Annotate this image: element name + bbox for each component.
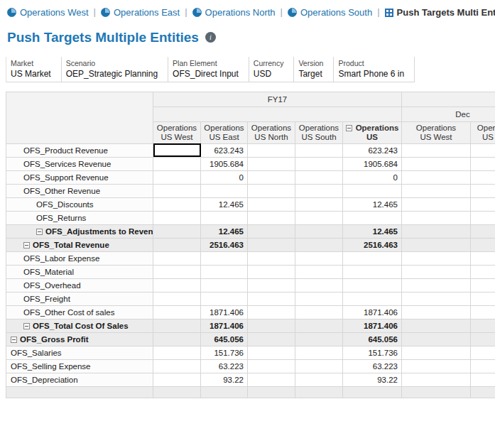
data-cell[interactable] [248, 292, 295, 305]
data-cell[interactable] [471, 373, 495, 386]
data-cell[interactable] [471, 278, 495, 292]
data-cell[interactable]: 1905.684 [201, 157, 248, 170]
data-cell[interactable] [295, 211, 343, 224]
data-cell[interactable] [402, 170, 471, 184]
data-cell[interactable] [248, 197, 295, 211]
data-cell[interactable] [153, 319, 201, 332]
pov-product[interactable]: ProductSmart Phone 6 in [334, 57, 415, 82]
row-header-ofs-other-cost-of-sales[interactable]: OFS_Other Cost of sales [6, 305, 153, 319]
nav-tab-operations-north[interactable]: Operations North [192, 7, 276, 18]
data-cell[interactable]: 12.465 [201, 224, 248, 238]
data-cell[interactable]: 12.465 [201, 197, 248, 211]
data-cell[interactable] [402, 184, 471, 197]
col-header-5-operations-us-west[interactable]: OperationsUS West [402, 121, 471, 143]
row-header-ofs-material[interactable]: OFS_Material [6, 265, 153, 278]
data-cell[interactable] [295, 143, 343, 157]
data-cell[interactable] [402, 386, 471, 398]
data-cell[interactable] [402, 292, 471, 305]
pov-market[interactable]: MarketUS Market [6, 57, 62, 82]
data-cell[interactable] [471, 346, 495, 359]
data-cell[interactable] [343, 292, 402, 305]
row-header-partial[interactable] [6, 386, 153, 398]
data-cell[interactable] [153, 292, 201, 305]
data-cell[interactable] [471, 211, 495, 224]
col-header-6-operations-us-east[interactable]: OperationsUS East [471, 121, 495, 143]
data-cell[interactable] [402, 157, 471, 170]
pov-version[interactable]: VersionTarget [294, 57, 334, 82]
data-cell[interactable] [295, 265, 343, 278]
row-header-ofs-returns[interactable]: OFS_Returns [6, 211, 153, 224]
data-cell[interactable] [295, 292, 343, 305]
data-cell[interactable]: 0 [201, 170, 248, 184]
data-cell[interactable] [295, 278, 343, 292]
col-header-4-operations-us[interactable]: OperationsUS [343, 121, 402, 143]
data-cell[interactable] [153, 143, 201, 157]
data-cell[interactable] [295, 386, 343, 398]
data-cell[interactable] [248, 319, 295, 332]
data-cell[interactable] [295, 224, 343, 238]
data-cell[interactable]: 623.243 [201, 143, 248, 157]
year-header[interactable]: FY17 [153, 92, 402, 106]
data-cell[interactable] [402, 251, 471, 265]
data-cell[interactable] [343, 278, 402, 292]
data-cell[interactable] [201, 278, 248, 292]
data-cell[interactable] [295, 170, 343, 184]
data-cell[interactable] [153, 157, 201, 170]
data-cell[interactable] [201, 265, 248, 278]
data-cell[interactable] [402, 224, 471, 238]
data-cell[interactable] [248, 143, 295, 157]
nav-tab-push-targets-multi-entity[interactable]: Push Targets Multi Entity [385, 7, 495, 18]
data-cell[interactable] [471, 332, 495, 346]
row-header-ofs-freight[interactable]: OFS_Freight [6, 292, 153, 305]
pov-plan-element[interactable]: Plan ElementOFS_Direct Input [168, 57, 249, 82]
data-cell[interactable] [248, 332, 295, 346]
data-cell[interactable] [402, 319, 471, 332]
nav-tab-operations-south[interactable]: Operations South [288, 7, 372, 18]
data-cell[interactable] [343, 386, 402, 398]
nav-tab-operations-west[interactable]: Operations West [7, 7, 89, 18]
data-cell[interactable] [402, 238, 471, 251]
data-cell[interactable] [248, 251, 295, 265]
data-cell[interactable]: 1871.406 [201, 305, 248, 319]
nav-tab-operations-east[interactable]: Operations East [101, 7, 180, 18]
data-cell[interactable]: 0 [343, 170, 402, 184]
collapse-icon[interactable] [23, 323, 30, 329]
data-cell[interactable]: 2516.463 [201, 238, 248, 251]
row-header-ofs-support-revenue[interactable]: OFS_Support Revenue [6, 170, 153, 184]
data-cell[interactable] [402, 332, 471, 346]
data-cell[interactable] [402, 305, 471, 319]
data-cell[interactable] [153, 170, 201, 184]
data-cell[interactable] [153, 184, 201, 197]
pov-scenario[interactable]: ScenarioOEP_Strategic Planning [62, 57, 168, 82]
data-cell[interactable] [295, 346, 343, 359]
collapse-icon[interactable] [23, 242, 30, 248]
data-cell[interactable] [153, 386, 201, 398]
data-cell[interactable] [471, 319, 495, 332]
info-icon[interactable]: i [205, 32, 216, 43]
data-cell[interactable]: 151.736 [343, 346, 402, 359]
collapse-icon[interactable] [346, 125, 352, 131]
data-cell[interactable] [402, 359, 471, 373]
data-cell[interactable]: 1871.406 [343, 305, 402, 319]
col-header-1-operations-us-east[interactable]: OperationsUS East [201, 121, 248, 143]
data-cell[interactable] [153, 224, 201, 238]
data-cell[interactable] [471, 265, 495, 278]
row-header-ofs-product-revenue[interactable]: OFS_Product Revenue [6, 143, 153, 157]
data-cell[interactable] [201, 184, 248, 197]
data-cell[interactable] [201, 386, 248, 398]
data-cell[interactable] [153, 238, 201, 251]
data-cell[interactable] [201, 292, 248, 305]
data-cell[interactable] [471, 170, 495, 184]
data-cell[interactable] [471, 359, 495, 373]
data-cell[interactable] [153, 346, 201, 359]
data-cell[interactable] [471, 305, 495, 319]
collapse-icon[interactable] [36, 229, 43, 235]
month-header[interactable]: Dec [402, 106, 495, 121]
col-header-2-operations-us-north[interactable]: OperationsUS North [248, 121, 295, 143]
data-cell[interactable] [343, 265, 402, 278]
col-header-0-operations-us-west[interactable]: OperationsUS West [153, 121, 201, 143]
pov-currency[interactable]: CurrencyUSD [249, 57, 295, 82]
data-cell[interactable] [402, 143, 471, 157]
data-cell[interactable] [402, 278, 471, 292]
data-cell[interactable] [295, 359, 343, 373]
